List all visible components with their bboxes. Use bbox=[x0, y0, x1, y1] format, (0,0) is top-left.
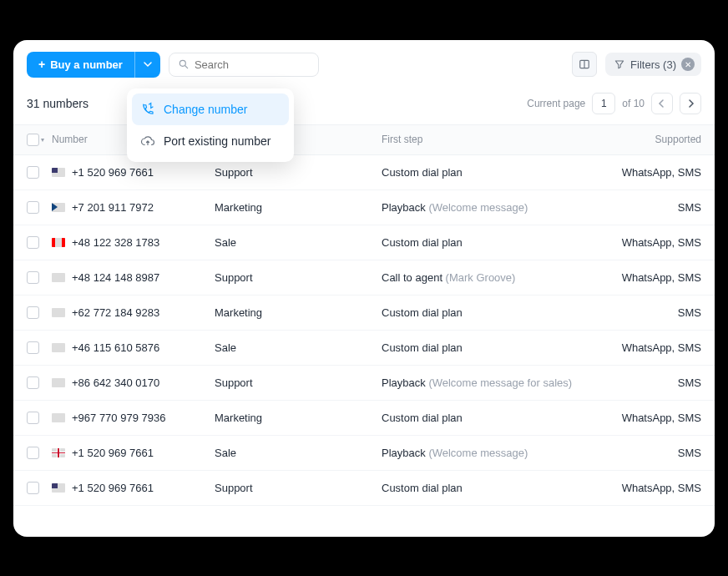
flag-icon bbox=[52, 448, 65, 457]
first-step: Playback (Welcome message) bbox=[382, 447, 601, 459]
numbers-panel: + Buy a number Filters (3) ✕ 31 numbers … bbox=[13, 40, 715, 537]
filters-label: Filters (3) bbox=[630, 58, 676, 71]
clear-filters-icon[interactable]: ✕ bbox=[681, 58, 695, 71]
table-row[interactable]: +1 520 969 7661SupportCustom dial planWh… bbox=[13, 471, 715, 506]
search-icon bbox=[178, 58, 190, 70]
table-row[interactable]: +62 772 184 9283MarketingCustom dial pla… bbox=[13, 296, 715, 331]
table-header: ▾ Number Name First step Supported bbox=[13, 124, 715, 155]
next-page-button[interactable] bbox=[680, 93, 701, 114]
supported-channels: SMS bbox=[601, 306, 701, 319]
first-step: Custom dial plan bbox=[382, 341, 601, 354]
supported-channels: WhatsApp, SMS bbox=[601, 271, 701, 284]
svg-line-1 bbox=[185, 66, 188, 68]
table-row[interactable]: +48 124 148 8987SupportCall to agent (Ma… bbox=[13, 260, 715, 296]
number-name: Support bbox=[215, 271, 382, 284]
column-header-supported[interactable]: Supported bbox=[601, 134, 701, 145]
dropdown-item-label: Change number bbox=[164, 103, 247, 116]
cloud-upload-icon bbox=[140, 134, 155, 149]
row-checkbox[interactable] bbox=[27, 482, 39, 494]
row-checkbox[interactable] bbox=[27, 271, 39, 284]
number-name: Marketing bbox=[215, 412, 382, 424]
flag-icon bbox=[52, 483, 65, 493]
flag-icon bbox=[52, 203, 65, 212]
phone-number: +7 201 911 7972 bbox=[72, 201, 154, 214]
column-header-first-step[interactable]: First step bbox=[382, 134, 601, 145]
number-name: Support bbox=[215, 376, 382, 389]
row-checkbox[interactable] bbox=[27, 376, 39, 389]
row-checkbox[interactable] bbox=[27, 166, 39, 179]
row-checkbox[interactable] bbox=[27, 447, 39, 459]
current-page-label: Current page bbox=[527, 98, 585, 109]
layout-toggle-button[interactable] bbox=[572, 52, 597, 77]
chevron-down-icon bbox=[144, 60, 152, 68]
supported-channels: SMS bbox=[601, 201, 701, 214]
buy-number-label: Buy a number bbox=[50, 58, 123, 71]
supported-channels: WhatsApp, SMS bbox=[601, 341, 701, 354]
table-row[interactable]: +86 642 340 0170SupportPlayback (Welcome… bbox=[13, 366, 715, 401]
select-all-checkbox[interactable] bbox=[27, 134, 39, 146]
number-name: Support bbox=[215, 166, 382, 179]
row-checkbox[interactable] bbox=[27, 412, 39, 424]
search-input-wrapper[interactable] bbox=[169, 53, 319, 77]
number-name: Marketing bbox=[215, 306, 382, 319]
phone-number: +46 115 610 5876 bbox=[72, 341, 159, 354]
svg-point-0 bbox=[179, 60, 185, 66]
table-body: +1 520 969 7661SupportCustom dial planWh… bbox=[13, 155, 715, 506]
phone-swap-icon bbox=[140, 102, 155, 117]
buy-number-dropdown: Change number Port existing number bbox=[127, 88, 294, 162]
table-row[interactable]: +1 520 969 7661SupportCustom dial planWh… bbox=[13, 155, 715, 190]
phone-number: +48 122 328 1783 bbox=[72, 236, 159, 249]
phone-number: +1 520 969 7661 bbox=[72, 166, 154, 179]
first-step: Custom dial plan bbox=[382, 482, 601, 494]
table-row[interactable]: +1 520 969 7661SalePlayback (Welcome mes… bbox=[13, 436, 715, 471]
table-row[interactable]: +48 122 328 1783SaleCustom dial planWhat… bbox=[13, 225, 715, 260]
chevron-left-icon bbox=[658, 99, 666, 108]
supported-channels: WhatsApp, SMS bbox=[601, 236, 701, 249]
supported-channels: WhatsApp, SMS bbox=[601, 166, 701, 179]
row-checkbox[interactable] bbox=[27, 341, 39, 354]
search-input[interactable] bbox=[195, 58, 310, 71]
first-step: Playback (Welcome message for sales) bbox=[382, 376, 601, 389]
flag-icon bbox=[52, 343, 65, 352]
flag-icon bbox=[52, 413, 65, 422]
first-step: Custom dial plan bbox=[382, 306, 601, 319]
flag-icon bbox=[52, 378, 65, 387]
filters-button[interactable]: Filters (3) ✕ bbox=[605, 53, 701, 76]
number-name: Sale bbox=[215, 341, 382, 354]
select-all-cell[interactable]: ▾ bbox=[27, 134, 52, 146]
first-step: Call to agent (Mark Groove) bbox=[382, 271, 601, 284]
phone-number: +1 520 969 7661 bbox=[72, 447, 154, 459]
dropdown-port-number[interactable]: Port existing number bbox=[132, 125, 289, 157]
plus-icon: + bbox=[38, 58, 45, 70]
supported-channels: SMS bbox=[601, 447, 701, 459]
subheader: 31 numbers Current page of 10 bbox=[13, 89, 715, 124]
supported-channels: WhatsApp, SMS bbox=[601, 482, 701, 494]
toolbar: + Buy a number Filters (3) ✕ bbox=[13, 40, 715, 89]
page-input[interactable] bbox=[592, 93, 615, 114]
row-checkbox[interactable] bbox=[27, 306, 39, 319]
phone-number: +967 770 979 7936 bbox=[72, 412, 165, 424]
flag-icon bbox=[52, 238, 65, 247]
buy-number-dropdown-toggle[interactable] bbox=[134, 52, 160, 78]
supported-channels: SMS bbox=[601, 376, 701, 389]
pagination: Current page of 10 bbox=[527, 93, 701, 114]
table-row[interactable]: +7 201 911 7972MarketingPlayback (Welcom… bbox=[13, 190, 715, 225]
supported-channels: WhatsApp, SMS bbox=[601, 412, 701, 424]
row-checkbox[interactable] bbox=[27, 236, 39, 249]
row-checkbox[interactable] bbox=[27, 201, 39, 214]
chevron-right-icon bbox=[686, 99, 695, 108]
chevron-down-icon: ▾ bbox=[41, 136, 44, 144]
prev-page-button[interactable] bbox=[651, 93, 673, 114]
first-step: Custom dial plan bbox=[382, 236, 601, 249]
table-row[interactable]: +967 770 979 7936MarketingCustom dial pl… bbox=[13, 401, 715, 436]
dropdown-change-number[interactable]: Change number bbox=[132, 93, 289, 125]
dropdown-item-label: Port existing number bbox=[164, 134, 270, 148]
first-step: Custom dial plan bbox=[382, 412, 601, 424]
filter-icon bbox=[614, 58, 625, 70]
phone-number: +48 124 148 8987 bbox=[72, 271, 159, 284]
phone-number: +1 520 969 7661 bbox=[72, 482, 154, 494]
flag-icon bbox=[52, 273, 65, 282]
buy-number-button[interactable]: + Buy a number bbox=[27, 52, 134, 78]
table-row[interactable]: +46 115 610 5876SaleCustom dial planWhat… bbox=[13, 331, 715, 366]
phone-number: +62 772 184 9283 bbox=[72, 306, 159, 319]
